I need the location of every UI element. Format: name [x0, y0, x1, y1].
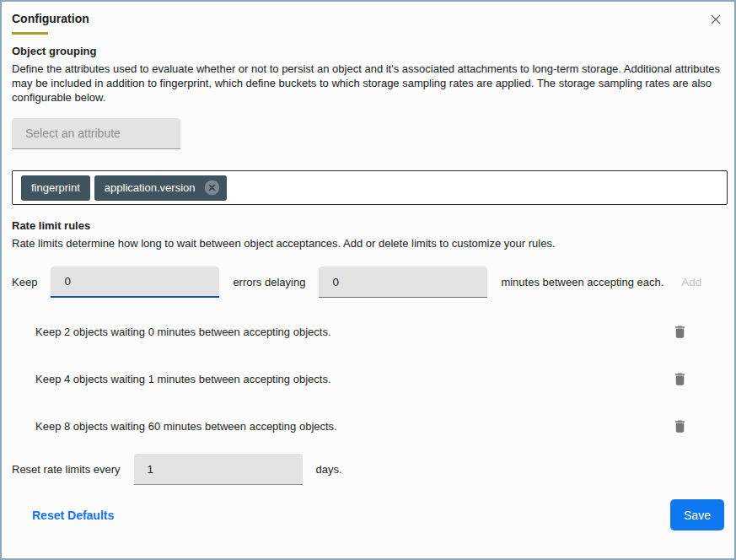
errors-delaying-label: errors delaying	[233, 276, 305, 288]
trash-icon	[672, 377, 688, 390]
add-rule-form: Keep errors delaying minutes between acc…	[12, 267, 724, 298]
reset-defaults-button[interactable]: Reset Defaults	[32, 509, 114, 522]
cancel-icon	[203, 186, 221, 199]
rule-row: Keep 8 objects waiting 60 minutes betwee…	[12, 402, 724, 450]
close-button[interactable]	[709, 13, 723, 26]
rate-limit-rules-heading: Rate limit rules	[12, 219, 724, 232]
chip-remove-button[interactable]	[203, 179, 221, 197]
rule-row: Keep 4 objects waiting 1 minutes between…	[12, 355, 724, 402]
minutes-delay-input[interactable]	[319, 267, 487, 298]
object-grouping-heading: Object grouping	[12, 45, 724, 57]
minutes-between-label: minutes between accepting each.	[501, 276, 663, 288]
rule-text: Keep 8 objects waiting 60 minutes betwee…	[35, 420, 337, 433]
chip-label: fingerprint	[31, 181, 80, 194]
page-title: Configuration	[12, 12, 89, 25]
delete-rule-button[interactable]	[670, 417, 690, 436]
trash-icon	[672, 330, 688, 342]
reset-days-input[interactable]	[134, 454, 303, 485]
chip-label: application.version	[105, 181, 196, 194]
attribute-chip-fingerprint[interactable]: fingerprint	[21, 175, 90, 201]
dialog-footer: Reset Defaults Save	[12, 499, 724, 530]
attribute-chip-application-version[interactable]: application.version	[94, 175, 227, 201]
rule-row: Keep 2 objects waiting 0 minutes between…	[12, 308, 724, 355]
errors-count-input[interactable]	[51, 267, 219, 298]
rule-text: Keep 2 objects waiting 0 minutes between…	[35, 326, 331, 338]
close-icon	[709, 16, 723, 29]
trash-icon	[672, 424, 688, 437]
add-rule-button[interactable]: Add	[681, 276, 701, 288]
selected-attributes-box: fingerprint application.version	[12, 170, 728, 205]
rule-text: Keep 4 objects waiting 1 minutes between…	[35, 373, 331, 385]
rules-list: Keep 2 objects waiting 0 minutes between…	[12, 308, 724, 450]
save-button[interactable]: Save	[670, 499, 724, 530]
reset-rate-limits-row: Reset rate limits every days.	[12, 454, 724, 485]
reset-every-label: Reset rate limits every	[12, 463, 121, 476]
attribute-select-input[interactable]	[12, 118, 180, 149]
configuration-dialog: Configuration Object grouping Define the…	[0, 0, 736, 560]
object-grouping-description: Define the attributes used to evaluate w…	[12, 62, 728, 105]
delete-rule-button[interactable]	[670, 322, 690, 342]
days-label: days.	[316, 463, 342, 476]
rate-limit-rules-description: Rate limits determine how long to wait b…	[12, 236, 724, 250]
title-underline	[12, 32, 48, 35]
keep-label: Keep	[12, 276, 37, 288]
delete-rule-button[interactable]	[670, 369, 690, 389]
dialog-header: Configuration	[12, 12, 724, 35]
